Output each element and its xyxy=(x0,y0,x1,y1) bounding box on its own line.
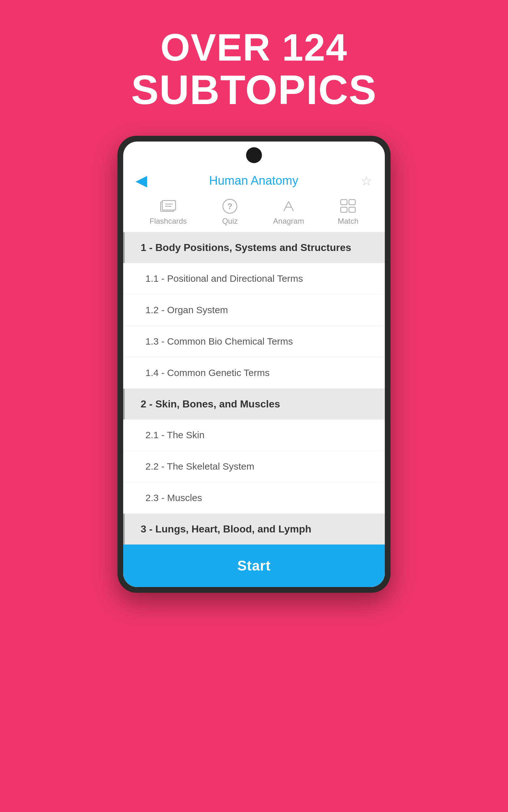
section-2-title: 2 - Skin, Bones, and Muscles xyxy=(141,398,280,410)
svg-line-7 xyxy=(289,201,293,211)
anagram-icon xyxy=(279,198,298,214)
item-text: 2.1 - The Skin xyxy=(145,430,205,440)
tab-quiz[interactable]: ? Quiz xyxy=(220,198,240,226)
phone-screen: ◀ Human Anatomy ☆ Flashcards xyxy=(123,142,385,587)
list-item[interactable]: 1.3 - Common Bio Chemical Terms xyxy=(123,326,385,357)
item-text: 1.2 - Organ System xyxy=(145,304,228,315)
tab-flashcards[interactable]: Flashcards xyxy=(150,198,187,226)
app-title: Human Anatomy xyxy=(209,174,298,188)
list-item[interactable]: 1.1 - Positional and Directional Terms xyxy=(123,263,385,294)
tab-match[interactable]: Match xyxy=(338,198,358,226)
app-header: ◀ Human Anatomy ☆ xyxy=(123,163,385,195)
flashcards-label: Flashcards xyxy=(150,217,187,226)
item-text: 1.4 - Common Genetic Terms xyxy=(145,368,269,378)
phone-frame: ◀ Human Anatomy ☆ Flashcards xyxy=(118,136,390,593)
section-3-title: 3 - Lungs, Heart, Blood, and Lymph xyxy=(141,523,311,535)
item-text: 1.1 - Positional and Directional Terms xyxy=(145,273,303,284)
section-header-2[interactable]: 2 - Skin, Bones, and Muscles xyxy=(123,389,385,420)
svg-rect-10 xyxy=(341,207,347,212)
tab-anagram[interactable]: Anagram xyxy=(273,198,304,226)
list-item[interactable]: 1.4 - Common Genetic Terms xyxy=(123,357,385,389)
section-1-title: 1 - Body Positions, Systems and Structur… xyxy=(141,242,351,253)
quiz-label: Quiz xyxy=(222,217,238,226)
nav-tabs: Flashcards ? Quiz xyxy=(123,195,385,232)
svg-line-6 xyxy=(284,201,289,211)
list-item[interactable]: 2.2 - The Skeletal System xyxy=(123,451,385,482)
svg-rect-12 xyxy=(349,207,355,212)
hero-prefix: OVER xyxy=(160,26,282,68)
match-icon xyxy=(338,198,357,214)
start-button[interactable]: Start xyxy=(123,544,385,587)
section-header-3[interactable]: 3 - Lungs, Heart, Blood, and Lymph xyxy=(123,514,385,544)
hero-line1: OVER 124 xyxy=(131,26,377,69)
hero-number: 124 xyxy=(282,26,348,68)
item-text: 1.3 - Common Bio Chemical Terms xyxy=(145,336,293,346)
topic-list: 1 - Body Positions, Systems and Structur… xyxy=(123,232,385,587)
hero-line2: SUBTOPICS xyxy=(131,66,377,113)
item-text: 2.2 - The Skeletal System xyxy=(145,461,254,472)
hero-section: OVER 124 SUBTOPICS xyxy=(131,26,377,113)
svg-rect-1 xyxy=(162,200,176,210)
svg-rect-9 xyxy=(341,200,347,205)
list-item[interactable]: 2.3 - Muscles xyxy=(123,482,385,514)
phone-camera xyxy=(246,147,262,163)
app-content: ◀ Human Anatomy ☆ Flashcards xyxy=(123,163,385,587)
item-text: 2.3 - Muscles xyxy=(145,492,202,503)
section-header-1[interactable]: 1 - Body Positions, Systems and Structur… xyxy=(123,232,385,263)
svg-text:?: ? xyxy=(227,201,232,211)
list-item[interactable]: 1.2 - Organ System xyxy=(123,294,385,326)
list-item[interactable]: 2.1 - The Skin xyxy=(123,420,385,451)
quiz-icon: ? xyxy=(220,198,240,214)
favorite-icon[interactable]: ☆ xyxy=(361,174,372,188)
anagram-label: Anagram xyxy=(273,217,304,226)
back-button[interactable]: ◀ xyxy=(136,173,147,189)
match-label: Match xyxy=(338,217,358,226)
flashcards-icon xyxy=(159,198,178,214)
svg-rect-11 xyxy=(349,200,355,205)
